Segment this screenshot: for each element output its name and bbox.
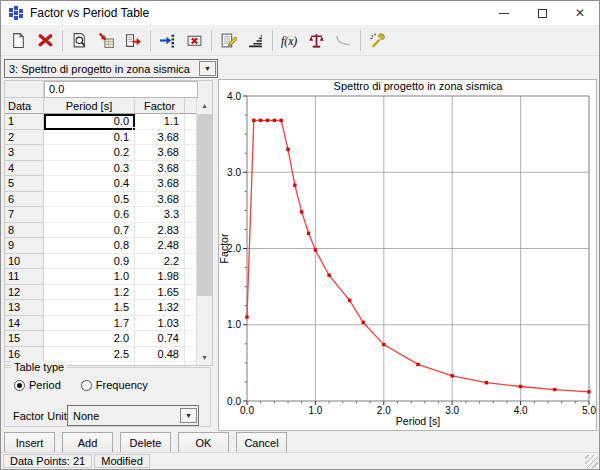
period-cell[interactable]: 2.0 (44, 331, 135, 347)
period-cell[interactable]: 0.1 (44, 130, 135, 146)
toolbar-button-unit-balance[interactable] (303, 28, 330, 53)
svg-text:0.0: 0.0 (240, 405, 254, 416)
factor-cell[interactable]: 0.33 (135, 362, 185, 365)
curve-selector[interactable]: 3: Spettro di progetto in zona sismica ▼ (4, 59, 218, 78)
svg-text:3.0: 3.0 (445, 405, 459, 416)
toolbar-button-interpolate[interactable] (242, 28, 269, 53)
cell-editor-input[interactable]: 0.0 (44, 81, 198, 98)
factor-unit-select[interactable]: None ▼ (67, 405, 199, 426)
add-button[interactable]: Add (62, 432, 113, 453)
toolbar-button-delete-row[interactable] (181, 28, 208, 53)
close-button[interactable]: ✕ (561, 1, 599, 25)
maximize-button[interactable] (523, 1, 561, 25)
factor-cell[interactable]: 1.98 (135, 269, 185, 285)
table-type-option-frequency[interactable]: Frequency (81, 379, 148, 391)
toolbar-button-export-data[interactable] (120, 28, 147, 53)
toolbar-button-new-document[interactable] (5, 28, 32, 53)
toolbar-button-delete-all[interactable] (32, 28, 59, 53)
factor-cell[interactable]: 3.68 (135, 145, 185, 161)
factor-cell[interactable]: 0.74 (135, 331, 185, 347)
row-number-cell[interactable]: 3 (5, 145, 44, 161)
period-cell[interactable]: 0.4 (44, 176, 135, 192)
wizard-tools-icon (369, 32, 386, 49)
toolbar-button-append-row[interactable] (154, 28, 181, 53)
selection-fill-handle[interactable] (132, 127, 136, 131)
factor-cell[interactable]: 1.1 (135, 114, 185, 130)
row-number-cell[interactable]: 11 (5, 269, 44, 285)
period-cell[interactable]: 0.8 (44, 238, 135, 254)
period-cell[interactable]: 0.5 (44, 192, 135, 208)
table-row: 152.00.74 (5, 331, 212, 347)
scrollbar-up-icon[interactable]: ▲ (197, 98, 212, 113)
row-number-cell[interactable]: 1 (5, 114, 44, 130)
row-number-cell[interactable]: 6 (5, 192, 44, 208)
row-number-cell[interactable]: 9 (5, 238, 44, 254)
scrollbar-down-icon[interactable]: ▼ (197, 350, 212, 365)
resize-grip[interactable] (585, 455, 598, 468)
table-row: 40.33.68 (5, 161, 212, 177)
cancel-button[interactable]: Cancel (236, 432, 287, 453)
period-cell[interactable]: 1.0 (44, 269, 135, 285)
svg-text:Spettro di progetto in zona si: Spettro di progetto in zona sismica (334, 80, 504, 92)
row-number-cell[interactable]: 10 (5, 254, 44, 270)
period-cell[interactable]: 0.7 (44, 223, 135, 239)
toolbar-button-wizard-tools[interactable] (364, 28, 391, 53)
table-scrollbar[interactable]: ▲ ▼ (196, 98, 212, 365)
toolbar-button-import-data[interactable] (93, 28, 120, 53)
spectrum-chart: 0.01.02.03.04.05.00.01.02.03.04.0Spettro… (219, 80, 596, 430)
caption-buttons: ✕ (485, 1, 599, 25)
row-number-cell[interactable]: 16 (5, 347, 44, 363)
factor-cell[interactable]: 3.68 (135, 192, 185, 208)
factor-cell[interactable]: 1.65 (135, 285, 185, 301)
row-number-cell[interactable]: 13 (5, 300, 44, 316)
period-cell[interactable]: 2.5 (44, 347, 135, 363)
row-number-cell[interactable]: 7 (5, 207, 44, 223)
toolbar-button-function-fx[interactable]: f(x) (276, 28, 303, 53)
factor-cell[interactable]: 3.68 (135, 176, 185, 192)
factor-cell[interactable]: 2.83 (135, 223, 185, 239)
toolbar-button-edit-table[interactable] (215, 28, 242, 53)
factor-cell[interactable]: 1.32 (135, 300, 185, 316)
toolbar-separator (211, 30, 212, 51)
period-cell[interactable]: 1.2 (44, 285, 135, 301)
insert-button[interactable]: Insert (4, 432, 55, 453)
row-number-cell[interactable]: 12 (5, 285, 44, 301)
row-number-cell[interactable]: 15 (5, 331, 44, 347)
chevron-down-icon[interactable]: ▼ (199, 61, 216, 76)
period-cell[interactable]: 0.0 (44, 114, 135, 130)
row-number-cell[interactable]: 14 (5, 316, 44, 332)
period-cell[interactable]: 0.3 (44, 161, 135, 177)
ok-button[interactable]: OK (178, 432, 229, 453)
period-cell[interactable]: 0.9 (44, 254, 135, 270)
minimize-button[interactable] (485, 1, 523, 25)
scrollbar-thumb[interactable] (197, 114, 212, 296)
factor-cell[interactable]: 3.3 (135, 207, 185, 223)
delete-button[interactable]: Delete (120, 432, 171, 453)
export-data-icon (125, 32, 142, 49)
row-number-cell[interactable]: 4 (5, 161, 44, 177)
period-cell[interactable]: 1.5 (44, 300, 135, 316)
factor-cell[interactable]: 3.68 (135, 161, 185, 177)
factor-cell[interactable]: 0.48 (135, 347, 185, 363)
delete-all-icon (37, 32, 54, 49)
radio-unselected-icon[interactable] (81, 380, 92, 391)
row-number-cell[interactable]: 2 (5, 130, 44, 146)
table-type-option-period[interactable]: Period (14, 379, 61, 391)
period-cell[interactable]: 0.6 (44, 207, 135, 223)
radio-label: Period (29, 379, 61, 391)
factor-cell[interactable]: 3.68 (135, 130, 185, 146)
factor-cell[interactable]: 2.2 (135, 254, 185, 270)
period-cell[interactable]: 0.2 (44, 145, 135, 161)
period-cell[interactable]: 1.7 (44, 316, 135, 332)
radio-selected-icon[interactable] (14, 380, 25, 391)
svg-text:1.0: 1.0 (227, 319, 241, 330)
toolbar-button-print-preview[interactable] (66, 28, 93, 53)
grid-body: 10.01.120.13.6830.23.6840.33.6850.43.686… (5, 114, 212, 365)
chevron-down-icon[interactable]: ▼ (180, 408, 197, 423)
factor-cell[interactable]: 2.48 (135, 238, 185, 254)
maximize-icon (538, 9, 547, 18)
row-number-cell[interactable]: 8 (5, 223, 44, 239)
factor-cell[interactable]: 1.03 (135, 316, 185, 332)
row-number-cell[interactable]: 5 (5, 176, 44, 192)
column-header-period: Period [s] (44, 98, 135, 114)
